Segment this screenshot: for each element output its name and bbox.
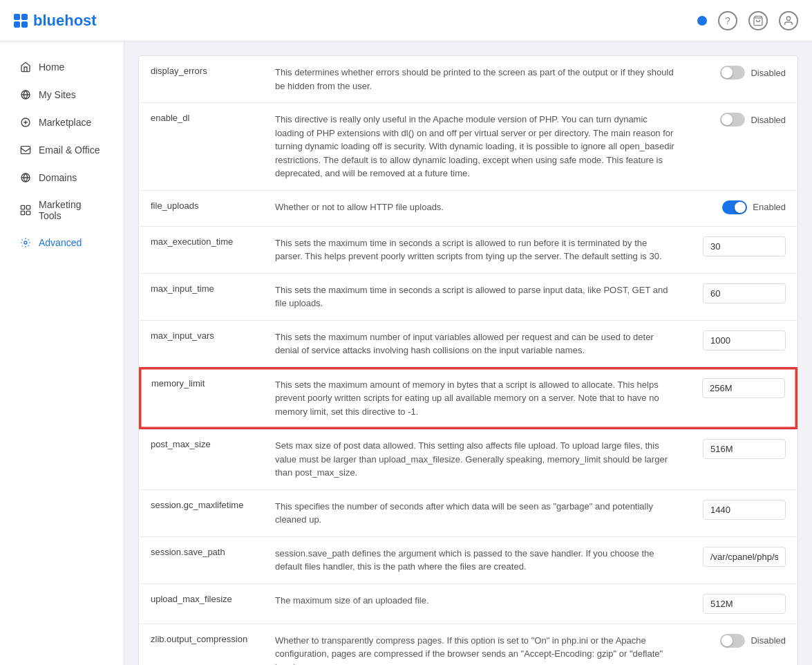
toggle-control[interactable]: Disabled: [720, 634, 786, 648]
setting-description: This determines whether errors should be…: [264, 56, 686, 103]
setting-description: This specifies the number of seconds aft…: [264, 489, 686, 536]
setting-input[interactable]: [703, 439, 786, 459]
svg-point-1: [786, 17, 790, 20]
logo-grid-icon: [14, 14, 28, 28]
sidebar-label-email-office: Email & Office: [39, 144, 100, 156]
table-row: post_max_sizeSets max size of post data …: [140, 429, 797, 489]
sidebar-label-home: Home: [39, 62, 64, 73]
setting-description: This sets the maximum amount of memory i…: [264, 368, 686, 429]
setting-description: Whether or not to allow HTTP file upload…: [264, 190, 686, 226]
setting-name: file_uploads: [140, 190, 264, 226]
setting-name: upload_max_filesize: [140, 583, 264, 624]
marketing-icon: [19, 204, 32, 216]
header-left: bluehost: [14, 12, 97, 30]
setting-description: This sets the maximum number of input va…: [264, 320, 686, 368]
toggle-thumb: [735, 202, 746, 213]
setting-control: [686, 273, 797, 320]
table-row: enable_dlThis directive is really only u…: [140, 103, 797, 191]
setting-control: Disabled: [686, 624, 797, 665]
svg-rect-9: [26, 211, 30, 214]
toggle-control[interactable]: Enabled: [722, 200, 786, 214]
help-icon[interactable]: ?: [718, 11, 737, 30]
php-settings-card: display_errorsThis determines whether er…: [138, 55, 798, 665]
setting-input[interactable]: [703, 500, 786, 520]
svg-point-10: [24, 241, 27, 244]
svg-rect-6: [21, 205, 24, 209]
setting-description: session.save_path defines the argument w…: [264, 536, 686, 583]
setting-input[interactable]: [703, 330, 786, 350]
toggle-track[interactable]: [720, 66, 745, 79]
wordpress-icon: [19, 88, 32, 101]
setting-name: max_input_vars: [140, 320, 264, 368]
table-row: file_uploadsWhether or not to allow HTTP…: [140, 190, 797, 226]
sidebar-item-home[interactable]: Home: [6, 54, 118, 80]
sidebar-label-domains: Domains: [39, 172, 77, 183]
table-row: upload_max_filesizeThe maximum size of a…: [140, 583, 797, 624]
setting-name: enable_dl: [140, 103, 264, 191]
toggle-control[interactable]: Disabled: [720, 113, 786, 127]
domain-icon: [19, 171, 32, 184]
setting-description: This sets the maximum time in seconds a …: [264, 273, 686, 320]
bluehost-logo[interactable]: bluehost: [14, 12, 97, 30]
setting-name: session.gc_maxlifetime: [140, 489, 264, 536]
marketplace-icon: [19, 116, 32, 129]
toggle-track[interactable]: [722, 200, 747, 214]
table-row: max_input_timeThis sets the maximum time…: [140, 273, 797, 320]
setting-name: zlib.output_compression: [140, 624, 264, 665]
toggle-thumb: [721, 67, 733, 78]
setting-description: This directive is really only useful in …: [264, 103, 686, 191]
setting-control: Enabled: [686, 190, 797, 226]
toggle-control[interactable]: Disabled: [720, 66, 786, 79]
setting-input[interactable]: [703, 236, 786, 256]
setting-control: [686, 320, 797, 368]
setting-control: [686, 489, 797, 536]
notification-dot: [697, 16, 707, 26]
toggle-track[interactable]: [720, 113, 745, 127]
email-icon: [19, 144, 32, 156]
toggle-thumb: [721, 635, 733, 646]
layout: Home My Sites Marketplace: [0, 41, 812, 665]
table-row: session.save_pathsession.save_path defin…: [140, 536, 797, 583]
setting-name: max_input_time: [140, 273, 264, 320]
toggle-label: Disabled: [750, 68, 786, 78]
php-settings-table: display_errorsThis determines whether er…: [139, 56, 797, 665]
home-icon: [19, 61, 32, 73]
user-icon[interactable]: [779, 11, 798, 30]
setting-input[interactable]: [702, 378, 785, 398]
setting-input[interactable]: [703, 547, 786, 567]
sidebar-item-email-office[interactable]: Email & Office: [6, 137, 118, 163]
sidebar-item-my-sites[interactable]: My Sites: [6, 82, 118, 108]
setting-name: session.save_path: [140, 536, 264, 583]
sidebar-label-marketing-tools: Marketing Tools: [39, 199, 104, 221]
sidebar-item-marketing-tools[interactable]: Marketing Tools: [6, 192, 118, 228]
toggle-thumb: [721, 114, 733, 125]
setting-name: post_max_size: [140, 429, 264, 489]
table-row: max_input_varsThis sets the maximum numb…: [140, 320, 797, 368]
cart-icon[interactable]: [748, 11, 768, 30]
svg-rect-4: [21, 147, 30, 154]
setting-control: Disabled: [686, 103, 797, 191]
setting-control: [686, 226, 797, 273]
sidebar-label-advanced: Advanced: [39, 237, 82, 248]
sidebar-item-domains[interactable]: Domains: [6, 165, 118, 191]
setting-name: memory_limit: [140, 368, 264, 429]
setting-description: The maximum size of an uploaded file.: [264, 583, 686, 624]
setting-control: [686, 583, 797, 624]
setting-input[interactable]: [703, 283, 786, 303]
table-row: session.gc_maxlifetimeThis specifies the…: [140, 489, 797, 536]
table-row: zlib.output_compressionWhether to transp…: [140, 624, 797, 665]
sidebar: Home My Sites Marketplace: [0, 41, 124, 665]
toggle-track[interactable]: [720, 634, 745, 648]
table-row: max_execution_timeThis sets the maximum …: [140, 226, 797, 273]
table-row: memory_limitThis sets the maximum amount…: [140, 368, 797, 429]
setting-name: display_errors: [140, 56, 264, 103]
sidebar-item-advanced[interactable]: Advanced: [6, 230, 118, 256]
main-content: display_errorsThis determines whether er…: [124, 41, 812, 665]
setting-control: Disabled: [686, 56, 797, 103]
setting-input[interactable]: [703, 594, 786, 614]
logo-text: bluehost: [33, 12, 97, 30]
sidebar-label-marketplace: Marketplace: [39, 117, 91, 128]
setting-control: [686, 368, 797, 429]
sidebar-item-marketplace[interactable]: Marketplace: [6, 109, 118, 135]
header: bluehost ?: [0, 0, 812, 41]
